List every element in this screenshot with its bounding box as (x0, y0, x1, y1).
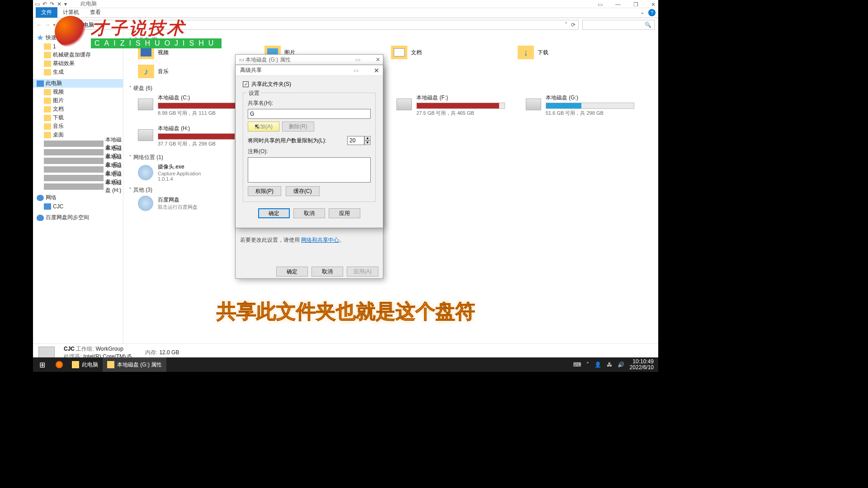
taskbar-properties[interactable]: 本地磁盘 (G:) 属性 (103, 357, 166, 372)
back-icon[interactable]: ← (37, 22, 42, 28)
tree-item[interactable]: 生成 (33, 68, 123, 76)
folder-item[interactable]: 下载 (518, 46, 581, 59)
refresh-icon[interactable]: ⟳ (571, 22, 576, 28)
tree-item[interactable]: 音乐 (33, 122, 123, 131)
limit-label: 将同时共享的用户数量限制为(L): (248, 137, 326, 145)
taskbar-explorer[interactable]: 此电脑 (67, 357, 103, 372)
dialog-titlebar[interactable]: 高级共享 ▭ ✕ (236, 65, 383, 76)
tree-item[interactable]: 机械硬盘加缓存 (33, 51, 123, 59)
quick-access-toolbar: ▭ ↶ ↷ ✕ ▾ (35, 1, 67, 7)
tray-people-icon[interactable]: 👤 (594, 361, 601, 368)
limit-input[interactable] (347, 136, 364, 145)
dialog-titlebar[interactable]: ▭ 本地磁盘 (G:) 属性 ▭ ✕ (236, 55, 383, 65)
comment-input[interactable] (248, 157, 371, 183)
drive-item[interactable]: 本地磁盘 (H:) 37.7 GB 可用，共 298 GB (138, 125, 246, 147)
ok-button[interactable]: 确定 (276, 267, 308, 277)
forward-icon[interactable]: → (45, 22, 50, 28)
folder-icon (44, 123, 51, 130)
share-checkbox-row[interactable]: ✓ 共享此文件夹(S) (243, 80, 376, 88)
video-folder-icon (138, 46, 154, 59)
drive-icon (138, 129, 153, 141)
taskbar-firefox[interactable] (51, 357, 67, 372)
tray-network-icon[interactable]: 🖧 (607, 361, 612, 368)
folder-icon (44, 69, 51, 75)
cancel-button[interactable]: 取消 (311, 267, 343, 277)
limit-spinner[interactable]: ▲▼ (347, 136, 371, 145)
add-button[interactable]: 添加(A)↖ (248, 122, 279, 131)
tree-baidu[interactable]: 百度网盘同步空间 (33, 213, 123, 222)
tab-view[interactable]: 查看 (85, 7, 106, 18)
redo-icon[interactable]: ↷ (50, 1, 54, 7)
undo-icon[interactable]: ↶ (42, 1, 47, 7)
advanced-sharing-dialog: 高级共享 ▭ ✕ ✓ 共享此文件夹(S) 设置 共享名(H): 添加(A)↖ 删… (235, 65, 383, 228)
apply-button[interactable]: 应用 (329, 208, 360, 218)
drive-item[interactable]: 本地磁盘 (F:) 27.5 GB 可用，共 465 GB (396, 94, 505, 117)
tray-volume-icon[interactable]: 🔊 (618, 361, 624, 368)
spinner-up-icon[interactable]: ▲ (364, 136, 371, 141)
up-icon[interactable]: ↑ (58, 22, 61, 28)
breadcrumb[interactable]: 此电脑 (78, 21, 94, 29)
share-icon[interactable]: ▭ (354, 67, 359, 74)
share-icon[interactable]: ▭ (598, 1, 603, 8)
permissions-button[interactable]: 权限(P) (248, 186, 281, 196)
explorer-window: ▭ ↶ ↷ ✕ ▾ 此电脑 ▭ — ❐ ✕ 文件 计算机 查看 ⌄ ? ← → … (33, 0, 658, 372)
drive-icon (44, 158, 104, 164)
maximize-icon[interactable]: ❐ (633, 1, 638, 8)
tree-item[interactable]: 1 (33, 42, 123, 51)
section-drives[interactable]: ˅硬盘 (6) (129, 83, 653, 94)
drive-item[interactable]: 本地磁盘 (C:) 8.99 GB 可用，共 111 GB (138, 94, 246, 117)
camera-icon (138, 165, 153, 180)
tray-chevron-up-icon[interactable]: ˄ (586, 361, 589, 368)
chevron-down-icon[interactable]: ˅ (565, 22, 567, 28)
ok-button[interactable]: 确定 (258, 208, 290, 218)
qat-dropdown-icon[interactable]: ▾ (64, 1, 67, 7)
close-icon[interactable]: ✕ (374, 67, 379, 74)
share-name-input[interactable] (248, 109, 371, 119)
tab-computer[interactable]: 计算机 (57, 7, 85, 18)
comment-label: 注释(O): (248, 148, 371, 155)
other-item[interactable]: 百度网盘 双击运行百度网盘 (129, 196, 653, 211)
delete-icon[interactable]: ✕ (57, 1, 61, 7)
section-other[interactable]: ˅其他 (3) (129, 184, 653, 196)
apply-button[interactable]: 应用(A) (347, 267, 378, 277)
cancel-button[interactable]: 取消 (293, 208, 325, 218)
drive-icon (138, 99, 153, 110)
tree-network[interactable]: 网络 (33, 193, 123, 202)
tree-item[interactable]: 基础效果 (33, 59, 123, 68)
history-dropdown-icon[interactable]: ▾ (53, 22, 56, 28)
tree-this-pc[interactable]: 此电脑 (33, 79, 123, 88)
help-icon[interactable]: ? (648, 9, 656, 16)
ribbon-expand-icon[interactable]: ⌄ (640, 9, 645, 15)
network-item[interactable]: 摄像头.exe Capture Application 1.0.1.4 (129, 163, 653, 182)
tree-item[interactable]: 视频 (33, 88, 123, 96)
drive-icon (44, 141, 104, 147)
network-center-link[interactable]: 网络和共享中心 (301, 237, 339, 243)
tree-item[interactable]: CJC (33, 202, 123, 211)
tree-item[interactable]: 本地磁盘 (H:) (33, 182, 123, 191)
tray-keyboard-icon[interactable]: ⌨ (573, 361, 581, 368)
minimize-icon[interactable]: — (615, 1, 621, 8)
folder-item[interactable]: 音乐 (138, 65, 201, 78)
close-icon[interactable]: ✕ (651, 1, 656, 8)
taskbar-clock[interactable]: 10:10:49 2022/6/10 (630, 359, 654, 371)
address-bar[interactable]: 此电脑 ˅ ⟳ (65, 20, 579, 30)
search-input[interactable]: 🔍 (582, 20, 655, 30)
folder-item[interactable]: 视频 (138, 46, 201, 59)
cache-button[interactable]: 缓存(C) (286, 186, 320, 196)
drive-item[interactable]: 本地磁盘 (G:) 51.6 GB 可用，共 298 GB (526, 94, 634, 117)
folder-item[interactable]: 文档 (391, 46, 454, 59)
tree-item[interactable]: 文档 (33, 105, 123, 113)
share-name-label: 共享名(H): (248, 99, 371, 107)
share-icon[interactable]: ▭ (355, 56, 360, 63)
close-icon[interactable]: ✕ (376, 56, 380, 63)
remove-button[interactable]: 删除(R) (282, 122, 314, 131)
tree-quick-access[interactable]: 快速访问 (33, 33, 123, 42)
tab-file[interactable]: 文件 (36, 7, 57, 18)
section-network[interactable]: ˅网络位置 (1) (129, 152, 653, 163)
tree-item[interactable]: 图片 (33, 96, 123, 105)
tree-item[interactable]: 下载 (33, 113, 123, 122)
start-button[interactable]: ⊞ (33, 361, 51, 369)
checkbox-checked-icon[interactable]: ✓ (243, 81, 249, 87)
spinner-down-icon[interactable]: ▼ (364, 141, 371, 145)
section-folders[interactable]: ˅文件夹 (6) (129, 34, 653, 46)
